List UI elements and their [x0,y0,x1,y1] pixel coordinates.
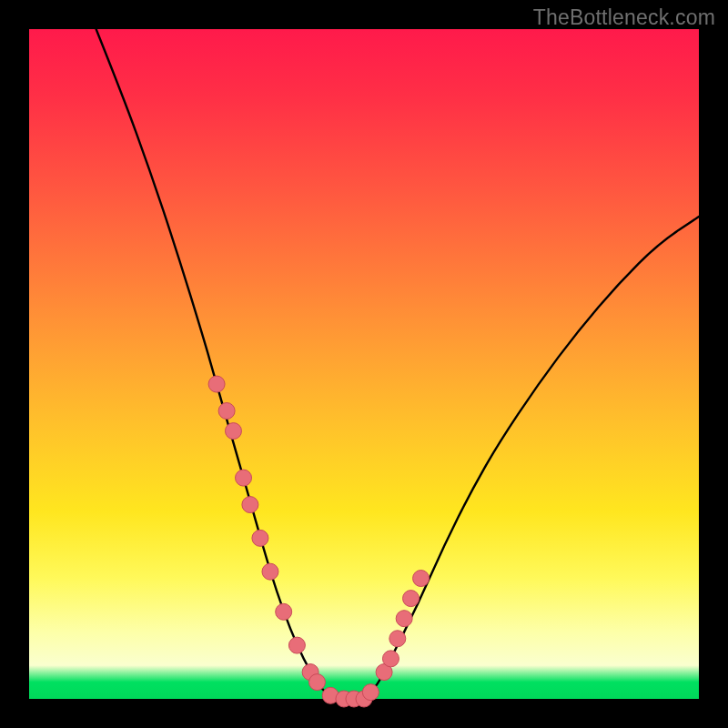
data-point [225,423,241,440]
data-point [236,470,252,486]
watermark-label: TheBottleneck.com [533,5,715,30]
data-point [262,563,278,580]
data-point [308,674,325,691]
data-point [288,637,305,653]
data-point [276,603,292,620]
bottleneck-curve [96,29,699,699]
data-point [403,591,420,607]
data-point [362,684,379,701]
data-point [242,497,258,513]
data-point [208,376,225,392]
data-point [382,651,399,667]
chart-svg [29,29,699,699]
data-point [413,571,430,587]
marker-group [208,376,429,707]
data-point [252,530,268,546]
chart-frame: TheBottleneck.com [0,0,728,728]
data-point [396,611,412,627]
plot-area [29,29,699,699]
data-point [218,403,235,420]
data-point [389,631,406,647]
